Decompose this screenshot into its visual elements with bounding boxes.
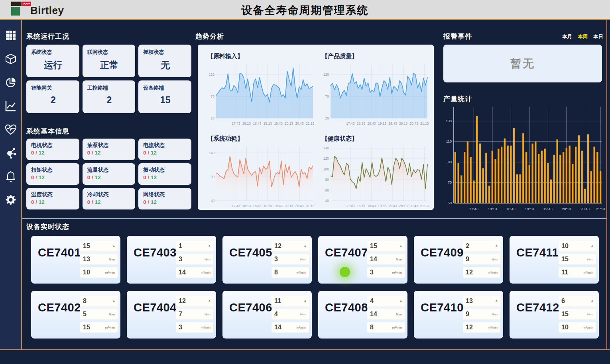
device-card-CE7407[interactable]: CE740715A14N·m3m³/min <box>318 236 407 284</box>
device-card-CE7406[interactable]: CE740611A4N·m14m³/min <box>222 291 312 339</box>
device-reading-unit: m³/min <box>584 271 593 274</box>
device-reading-unit: A <box>304 245 306 248</box>
device-card-CE7411[interactable]: CE741110A15N·m11m³/min <box>510 236 599 284</box>
device-reading-row: 3N·m <box>272 254 309 264</box>
info-card-fraction: 0 / 12 <box>87 174 132 180</box>
device-name: CE7407 <box>325 246 368 259</box>
info-card-label: 冷却状态 <box>87 191 132 198</box>
trend-subchart-raw-input: 【原料输入】17:4318:1318:4319:1319:4320:1320:4… <box>202 49 316 131</box>
device-card-CE7402[interactable]: CE74028A5N·m15m³/min <box>31 291 120 339</box>
device-reading-unit: N·m <box>492 258 498 261</box>
trend-analysis-card: 【原料输入】17:4318:1318:4319:1319:4320:1320:4… <box>198 45 434 210</box>
device-name: CE7403 <box>134 246 177 259</box>
device-reading-unit: N·m <box>205 258 211 261</box>
device-card-CE7408[interactable]: CE74084A14N·m8m³/min <box>318 291 407 339</box>
device-name: CE7402 <box>38 301 81 314</box>
device-reading-row: 11A <box>272 296 309 306</box>
info-total: 12 <box>94 199 100 205</box>
gear-icon <box>5 194 16 205</box>
device-reading-unit: m³/min <box>105 326 115 329</box>
right-gold-line <box>606 20 607 350</box>
device-card-CE7410[interactable]: CE741013A9N·m12m³/min <box>414 291 503 339</box>
device-reading-value: 2 <box>466 243 469 250</box>
svg-text:19:43: 19:43 <box>388 121 397 125</box>
svg-text:20:43: 20:43 <box>410 121 419 125</box>
device-card-CE7404[interactable]: CE740412A7N·m3m³/min <box>127 291 216 339</box>
production-title: 产量统计 <box>443 94 472 104</box>
sidebar-item-dashboard[interactable] <box>5 29 17 41</box>
device-name: CE7405 <box>229 246 272 259</box>
trend-subchart-product-quality: 【产品质量】17:4318:1318:4319:1319:4320:1320:4… <box>316 49 431 131</box>
device-reading-unit: A <box>113 245 115 248</box>
device-readings: 1A3N·m14m³/min <box>176 241 213 278</box>
svg-text:18:13: 18:13 <box>357 121 366 125</box>
device-card-CE7401[interactable]: CE740115A13N·m10m³/min <box>31 236 120 284</box>
status-card-label: 智能网关 <box>31 84 75 92</box>
device-name: CE7412 <box>516 301 559 314</box>
sidebar-item-analytics[interactable] <box>5 76 17 88</box>
info-card: 温度状态0 / 12 <box>26 188 79 209</box>
device-reading-value: 4 <box>370 297 374 305</box>
sidebar-item-trends[interactable] <box>5 100 17 112</box>
sidebar-item-health[interactable] <box>5 123 17 135</box>
svg-text:20:13: 20:13 <box>399 121 408 125</box>
sidebar-item-network[interactable] <box>5 147 17 159</box>
device-reading-value: 10 <box>561 243 569 250</box>
device-reading-row: 10m³/min <box>80 267 118 278</box>
info-current: 0 / <box>31 199 39 205</box>
svg-text:17:43: 17:43 <box>346 204 355 208</box>
molecule-icon <box>5 147 16 159</box>
device-reading-unit: m³/min <box>105 271 115 274</box>
device-name: CE7401 <box>38 246 81 259</box>
info-current: 0 / <box>143 150 151 156</box>
info-total: 12 <box>151 150 157 156</box>
svg-text:20:13: 20:13 <box>399 204 408 208</box>
sidebar-item-model[interactable] <box>5 53 17 65</box>
svg-text:20:43: 20:43 <box>295 204 304 208</box>
device-card-CE7403[interactable]: CE74031A3N·m14m³/min <box>127 236 216 284</box>
device-card-CE7409[interactable]: CE74092A9N·m12m³/min <box>414 236 503 284</box>
info-card-fraction: 0 / 12 <box>143 199 188 205</box>
device-readings: 10A15N·m11m³/min <box>559 241 596 278</box>
alarm-tab-本周[interactable]: 本周 <box>578 33 588 40</box>
device-reading-row: 7N·m <box>176 309 213 319</box>
info-card: 振动状态0 / 12 <box>138 163 191 185</box>
device-card-CE7412[interactable]: CE74126A15N·m10m³/min <box>510 291 599 339</box>
svg-text:20:13: 20:13 <box>285 204 293 208</box>
info-card-label: 温度状态 <box>31 191 76 198</box>
trend-subchart-title: 【产品质量】 <box>322 53 430 60</box>
device-reading-value: 13 <box>466 297 473 305</box>
sidebar-item-settings[interactable] <box>5 194 17 206</box>
svg-text:80: 80 <box>325 178 329 182</box>
sidebar-item-alerts[interactable] <box>5 170 17 182</box>
device-name: CE7404 <box>134 301 177 314</box>
device-reading-value: 9 <box>466 311 469 318</box>
info-card-label: 网络状态 <box>143 191 188 198</box>
device-reading-unit: N·m <box>587 258 593 261</box>
device-reading-value: 8 <box>370 324 374 331</box>
device-reading-unit: N·m <box>492 313 498 316</box>
device-reading-row: 8A <box>80 296 118 306</box>
svg-text:90: 90 <box>448 160 452 164</box>
device-reading-value: 1 <box>179 243 182 250</box>
info-current: 0 / <box>31 174 39 180</box>
info-card-label: 扭矩状态 <box>31 166 76 174</box>
device-reading-row: 9N·m <box>463 309 500 319</box>
device-readings: 12A3N·m8m³/min <box>272 241 309 278</box>
device-card-CE7405[interactable]: CE740512A3N·m8m³/min <box>222 236 312 284</box>
svg-text:60: 60 <box>325 188 329 192</box>
device-reading-row: 14N·m <box>367 309 405 319</box>
device-reading-unit: m³/min <box>297 271 306 274</box>
alarm-tab-本月[interactable]: 本月 <box>562 33 572 40</box>
alarm-empty-text: 暂无 <box>510 56 535 71</box>
device-reading-value: 12 <box>466 269 473 276</box>
alarm-tab-本日[interactable]: 本日 <box>593 33 603 40</box>
svg-text:20:43: 20:43 <box>580 207 590 211</box>
device-reading-row: 8m³/min <box>272 267 309 278</box>
info-card-fraction: 0 / 12 <box>31 174 76 180</box>
bell-icon <box>5 171 16 182</box>
info-current: 0 / <box>87 150 95 156</box>
bottom-gold-line <box>0 349 610 350</box>
device-status-title: 设备实时状态 <box>26 222 69 231</box>
device-reading-value: 15 <box>83 324 90 331</box>
